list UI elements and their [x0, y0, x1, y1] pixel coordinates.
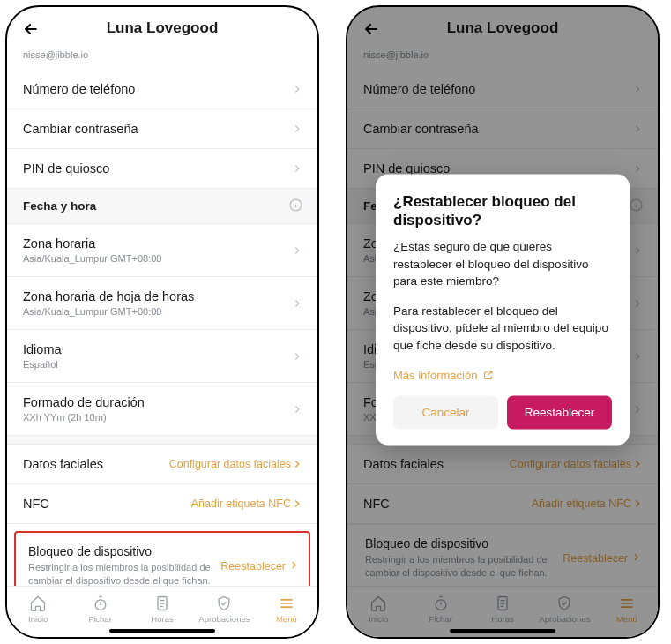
tab-approvals[interactable]: Aprobaciones — [193, 587, 255, 632]
tab-home[interactable]: Inicio — [347, 587, 409, 632]
shield-check-icon — [215, 595, 233, 612]
row-duration-format[interactable]: Formado de duración XXh YYm (2h 10m) — [7, 383, 317, 436]
chevron-right-icon — [291, 297, 303, 310]
row-password[interactable]: Cambiar contraseña — [7, 109, 317, 149]
dialog-body-1: ¿Estás seguro de que quieres restablecer… — [393, 238, 612, 290]
row-face-data[interactable]: Datos faciales Configurar datos faciales — [347, 445, 658, 484]
row-sub: Asia/Kuala_Lumpur GMT+08:00 — [23, 253, 302, 264]
row-sub: Restringir a los miembros la posibilidad… — [365, 553, 559, 580]
info-icon[interactable] — [288, 198, 303, 215]
row-label: Cambiar contraseña — [363, 122, 642, 136]
tab-label: Aprobaciones — [198, 614, 250, 624]
page-title: Luna Lovegood — [107, 19, 219, 37]
row-device-lock[interactable]: Bloqueo de dispositivo Restringir a los … — [347, 524, 658, 586]
chevron-right-icon — [291, 123, 303, 135]
tab-menu[interactable]: Menú — [596, 587, 658, 632]
chevron-right-icon — [291, 83, 303, 95]
tab-home[interactable]: Inicio — [7, 587, 69, 632]
home-icon — [29, 595, 47, 612]
tab-label: Horas — [491, 614, 513, 624]
document-icon — [494, 595, 511, 612]
dialog-title: ¿Restablecer bloqueo del dispositivo? — [393, 191, 612, 229]
more-info-label: Más información — [393, 368, 477, 381]
header: Luna Lovegood — [347, 7, 658, 49]
row-label: PIN de quiosco — [23, 161, 302, 176]
row-label: Cambiar contraseña — [23, 122, 302, 136]
row-timezone[interactable]: Zona horaria Asia/Kuala_Lumpur GMT+08:00 — [7, 224, 317, 277]
row-label: Idioma — [23, 342, 302, 356]
row-phone[interactable]: Número de teléfono — [347, 70, 658, 109]
row-timesheet-timezone[interactable]: Zona horaria de hoja de horas Asia/Kuala… — [7, 277, 317, 330]
row-sub: Asia/Kuala_Lumpur GMT+08:00 — [23, 306, 302, 317]
menu-icon — [278, 595, 295, 612]
chevron-right-icon — [291, 162, 303, 175]
face-action[interactable]: Configurar datos faciales — [169, 458, 291, 470]
row-nfc[interactable]: NFC Añadir etiqueta NFC — [347, 484, 658, 524]
menu-icon — [618, 595, 636, 612]
row-sub: Restringir a los miembros la posibilidad… — [28, 561, 222, 586]
tab-label: Inicio — [369, 614, 388, 624]
reset-device-lock-dialog: ¿Restablecer bloqueo del dispositivo? ¿E… — [376, 174, 630, 445]
page-title: Luna Lovegood — [447, 19, 559, 37]
tab-approvals[interactable]: Aprobaciones — [533, 587, 595, 632]
device-lock-reset[interactable]: Reestablecer — [563, 552, 628, 565]
row-nfc[interactable]: NFC Añadir etiqueta NFC — [7, 484, 317, 524]
row-phone[interactable]: Número de teléfono — [7, 70, 317, 109]
chevron-right-icon — [291, 350, 303, 363]
header: Luna Lovegood — [7, 7, 317, 49]
device-lock-reset[interactable]: Reestablecer — [220, 560, 286, 573]
tab-hours[interactable]: Horas — [131, 587, 193, 632]
tab-menu[interactable]: Menú — [256, 587, 317, 632]
more-info-link[interactable]: Más información — [393, 368, 494, 381]
face-action[interactable]: Configurar datos faciales — [510, 458, 631, 470]
confirm-reset-button[interactable]: Reestablecer — [507, 395, 612, 429]
row-label: Número de teléfono — [363, 82, 642, 96]
stopwatch-icon — [432, 595, 450, 612]
dialog-buttons: Cancelar Reestablecer — [393, 395, 612, 429]
back-button[interactable] — [362, 19, 381, 39]
back-button[interactable] — [21, 19, 41, 39]
chevron-right-icon — [291, 403, 303, 416]
tab-hours[interactable]: Horas — [472, 587, 533, 632]
tab-clock[interactable]: Fichar — [69, 587, 130, 632]
tab-label: Fichar — [88, 614, 111, 624]
external-link-icon — [482, 369, 494, 380]
row-password[interactable]: Cambiar contraseña — [347, 109, 658, 149]
nfc-action[interactable]: Añadir etiqueta NFC — [191, 498, 291, 510]
spacer — [7, 436, 317, 445]
button-label: Reestablecer — [525, 406, 595, 419]
home-indicator — [109, 629, 215, 633]
tab-label: Inicio — [28, 614, 48, 624]
arrow-left-icon — [22, 20, 40, 38]
dialog-body-2: Para restablecer el bloqueo del disposit… — [393, 302, 612, 354]
chevron-right-icon — [288, 558, 300, 574]
row-label: Zona horaria — [23, 236, 302, 251]
tab-clock[interactable]: Fichar — [409, 587, 471, 632]
chevron-right-icon — [631, 244, 644, 257]
chevron-right-icon — [631, 350, 644, 363]
cancel-button[interactable]: Cancelar — [393, 395, 498, 429]
row-face-data[interactable]: Datos faciales Configurar datos faciales — [7, 445, 317, 484]
row-device-lock[interactable]: Bloqueo de dispositivo Restringir a los … — [14, 531, 310, 586]
button-label: Cancelar — [421, 406, 469, 419]
nfc-action[interactable]: Añadir etiqueta NFC — [532, 498, 631, 510]
row-label: Bloqueo de dispositivo — [28, 544, 296, 558]
chevron-right-icon — [631, 83, 644, 95]
home-indicator — [450, 629, 555, 633]
shield-check-icon — [555, 595, 573, 612]
arrow-left-icon — [362, 20, 380, 38]
row-language[interactable]: Idioma Español — [7, 330, 317, 383]
row-label: Número de teléfono — [23, 82, 302, 96]
row-sub: XXh YYm (2h 10m) — [23, 412, 302, 423]
document-icon — [153, 595, 171, 612]
chevron-right-icon — [631, 498, 644, 510]
row-label: Bloqueo de dispositivo — [365, 536, 640, 550]
row-sub: Español — [23, 359, 302, 370]
chevron-right-icon — [291, 498, 303, 510]
email-value: nisse@jibble.io — [7, 49, 317, 70]
row-kiosk-pin[interactable]: PIN de quiosco — [7, 149, 317, 189]
tab-label: Aprobaciones — [539, 614, 590, 624]
tab-label: Horas — [151, 614, 173, 624]
section-date-time: Fecha y hora — [7, 189, 317, 224]
info-icon[interactable] — [629, 198, 644, 215]
